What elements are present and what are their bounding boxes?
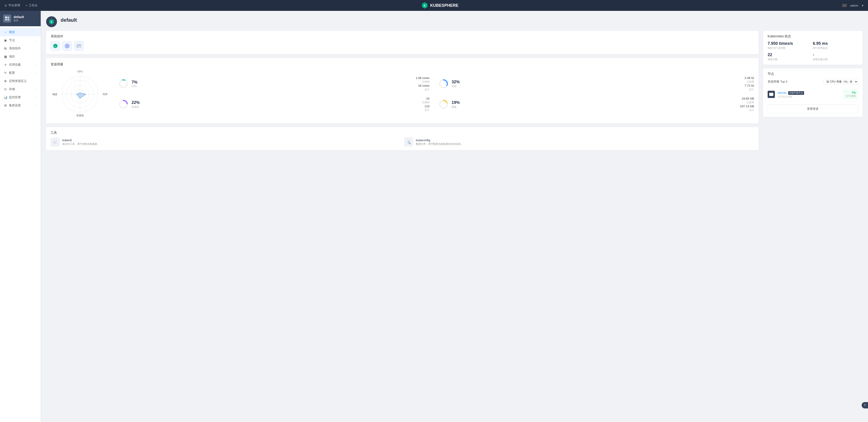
main-content: K default · 系统组件 K xyxy=(41,11,868,422)
workbench-link[interactable]: + 工作台 xyxy=(26,3,37,7)
projects-icon: ▦ xyxy=(4,55,7,58)
k8s-status-section: Kubernetes 状态 7.950 times/s 每秒 API 请求数 6… xyxy=(763,31,863,65)
radar-label-disk: 磁盘 xyxy=(53,92,57,96)
nodes-section: 节点 资源用量 Top 5 按 CPU 用量（%）排 xyxy=(763,68,863,117)
node-usage-value: 7% xyxy=(846,91,856,94)
right-panel: Kubernetes 状态 7.950 times/s 每秒 API 请求数 6… xyxy=(763,31,863,154)
k8s-stat-api-latency: 6.95 ms API 请求延迟 xyxy=(813,41,858,50)
svg-text:K: K xyxy=(424,4,426,7)
k8s-stats-grid: 7.950 times/s 每秒 API 请求数 6.95 ms API 请求延… xyxy=(768,41,858,61)
page-header-icon: K xyxy=(46,16,57,27)
platform-label: 平台管理 xyxy=(8,3,20,7)
schedule-count-label: 调度次数 xyxy=(768,58,813,61)
component-btn-istio[interactable] xyxy=(62,41,72,51)
svg-rect-4 xyxy=(5,19,7,21)
sidebar-item-overview[interactable]: ○ 概览 xyxy=(0,28,41,36)
sidebar-item-storage[interactable]: ⊙ 存储 › xyxy=(0,85,41,93)
resource-usage-title: 资源用量 xyxy=(51,62,754,66)
tools-grid: >_ kubectl 命令行工具，用于控制当前集群。 xyxy=(51,138,754,147)
disk-total-label: 总计 xyxy=(740,108,754,112)
pods-percent: 22% xyxy=(131,100,419,105)
workbench-label: 工作台 xyxy=(29,3,37,7)
monitor-icon xyxy=(842,4,847,7)
memory-total: 7.72 Gi xyxy=(745,84,754,87)
k8s-stat-api-requests: 7.950 times/s 每秒 API 请求数 xyxy=(768,41,813,50)
nodes-header: 节点 xyxy=(768,72,858,76)
component-btn-kubesphere[interactable]: K xyxy=(51,41,60,51)
cpu-name: CPU xyxy=(131,85,412,88)
sidebar-item-projects[interactable]: ▦ 项目 xyxy=(0,53,41,61)
svg-text:K: K xyxy=(51,21,53,23)
cluster-name: default xyxy=(13,15,24,19)
kubeconfig-name: kubeconfig xyxy=(416,139,463,142)
schedule-fail-label: 调度失败次数 xyxy=(813,58,858,61)
cluster-settings-label: 集群设置 xyxy=(9,104,21,108)
sidebar-item-monitoring[interactable]: 📊 监控告警 › xyxy=(0,93,41,102)
sidebar-item-custom-resources[interactable]: ⊕ 定制资源定义 xyxy=(0,77,41,85)
svg-text:K: K xyxy=(55,45,56,47)
k8s-stat-schedule-count: 22 调度次数 xyxy=(768,53,813,61)
platform-manage-link[interactable]: ⊙ 平台管理 xyxy=(4,3,20,7)
overview-icon: ○ xyxy=(4,30,7,34)
sidebar-item-system-components[interactable]: ⊞ 系统组件 xyxy=(0,44,41,53)
monitoring-icon: 📊 xyxy=(4,95,7,99)
sidebar-item-config[interactable]: ✎ 配置 › xyxy=(0,69,41,77)
nodes-title: 节点 xyxy=(768,72,774,76)
nodes-label: 节点 xyxy=(9,38,15,42)
sidebar-item-cluster-settings[interactable]: ⚙ 集群设置 › xyxy=(0,102,41,110)
system-components-title: 系统组件 xyxy=(51,34,754,38)
api-requests-value: 7.950 times/s xyxy=(768,41,813,46)
help-button[interactable]: ? xyxy=(862,402,868,409)
node-tag: 控制平面节点 xyxy=(788,91,804,95)
donut-cpu xyxy=(119,79,128,89)
metric-memory: 32% 内存 2.48 Gi 已使用 7.72 Gi 总计 xyxy=(438,74,754,94)
top-navigation: ⊙ 平台管理 + 工作台 K KUBESPHERE admin ▾ xyxy=(0,0,868,11)
disk-used-label: 已使用 xyxy=(740,101,754,104)
radar-label-memory: 内存 xyxy=(103,92,107,96)
monitoring-label: 监控告警 xyxy=(9,95,21,99)
cluster-icon xyxy=(3,15,11,23)
tools-section: 工具 >_ kubectl 命令行工具，用于控制当前集群 xyxy=(46,127,758,150)
storage-chevron: › xyxy=(36,88,37,90)
donut-pods xyxy=(119,99,128,109)
component-btn-monitoring[interactable] xyxy=(74,41,84,51)
radar-label-pods: 容器组 xyxy=(76,114,84,117)
sidebar-menu: ○ 概览 ◉ 节点 › ⊞ 系统组件 ▦ 项目 xyxy=(0,26,41,111)
tool-kubectl[interactable]: >_ kubectl 命令行工具，用于控制当前集群。 xyxy=(51,138,401,147)
svg-text:>_: >_ xyxy=(54,141,56,143)
schedule-count-value: 22 xyxy=(768,53,813,57)
pods-used-label: 已使用 xyxy=(422,101,430,104)
app-workloads-label: 应用负载 xyxy=(9,63,21,67)
node-icon xyxy=(768,91,775,98)
tools-title: 工具 xyxy=(51,131,754,135)
metric-pods: 22% 容器组 24 已使用 110 总计 xyxy=(119,94,434,115)
disk-name: 磁盘 xyxy=(452,105,737,109)
metrics-grid: 7% CPU 1.06 cores 已使用 16 cores 总计 xyxy=(119,74,754,115)
node-name[interactable]: ubuntu xyxy=(778,91,786,94)
k8s-status-title: Kubernetes 状态 xyxy=(768,34,858,38)
tool-kubeconfig[interactable]: kubeconfig 配置文件，用于配置当前集群的访问信息。 xyxy=(404,138,754,147)
view-more-button[interactable]: 查看更多 xyxy=(768,104,858,113)
sidebar-item-nodes[interactable]: ◉ 节点 › xyxy=(0,36,41,44)
node-usage-wrap: 7% CPU用量 xyxy=(843,90,858,99)
nodes-chevron: › xyxy=(36,39,37,41)
cluster-item[interactable]: default 集群 xyxy=(0,11,41,26)
radar-label-cpu: CPU xyxy=(77,70,83,73)
nodes-sort-select[interactable]: 按 CPU 用量（%）排 xyxy=(824,79,858,85)
memory-percent: 32% xyxy=(452,80,741,84)
pods-total-label: 总计 xyxy=(422,108,430,112)
cpu-used-label: 已使用 xyxy=(416,80,430,84)
cluster-settings-chevron: › xyxy=(36,104,37,107)
node-ip: 172.31.0.100 xyxy=(778,95,841,98)
kubeconfig-icon xyxy=(404,138,413,147)
cluster-settings-icon: ⚙ xyxy=(4,104,7,107)
workbench-icon: + xyxy=(26,4,27,7)
donut-memory xyxy=(438,79,448,89)
cpu-total: 16 cores xyxy=(416,84,430,87)
overview-label: 概览 xyxy=(9,30,15,34)
projects-label: 项目 xyxy=(9,55,15,59)
user-chevron[interactable]: ▾ xyxy=(862,4,864,7)
disk-total: 107.13 GB xyxy=(740,105,754,108)
pods-total: 110 xyxy=(422,105,430,108)
sidebar-item-app-workloads[interactable]: ≡ 应用负载 › xyxy=(0,61,41,69)
